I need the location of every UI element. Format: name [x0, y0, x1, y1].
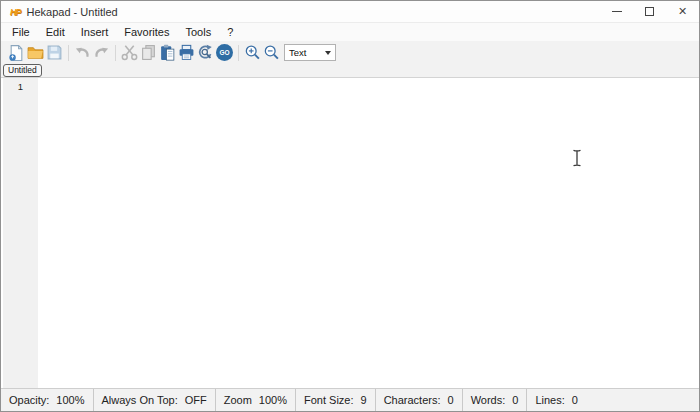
title-bar: HP Hekapad - Untitled ✕: [1, 1, 699, 23]
menu-favorites[interactable]: Favorites: [116, 25, 177, 39]
toolbar-separator: [115, 45, 116, 61]
close-button[interactable]: ✕: [666, 1, 699, 22]
save-icon: [46, 44, 63, 61]
ibeam-mouse-cursor-icon: [572, 149, 582, 171]
new-file-icon: [8, 44, 25, 61]
status-value: 100%: [259, 394, 287, 406]
redo-button[interactable]: [92, 43, 111, 62]
minimize-icon: [612, 11, 622, 12]
status-value: 100%: [56, 394, 84, 406]
menu-file[interactable]: File: [4, 25, 38, 39]
menu-bar: File Edit Insert Favorites Tools ?: [1, 23, 699, 41]
zoom-in-button[interactable]: [243, 43, 262, 62]
app-logo-icon: HP: [10, 7, 21, 17]
status-bar: Opacity: 100% Always On Top: OFF Zoom 10…: [1, 388, 699, 411]
status-font-size: Font Size: 9: [296, 389, 376, 411]
copy-button[interactable]: [139, 43, 158, 62]
window-controls: ✕: [600, 1, 699, 22]
status-characters: Characters: 0: [376, 389, 463, 411]
status-value: OFF: [185, 394, 207, 406]
undo-button[interactable]: [73, 43, 92, 62]
paste-clipboard-icon: [159, 44, 176, 61]
save-button[interactable]: [45, 43, 64, 62]
status-label: Opacity:: [9, 394, 49, 406]
window-title: Hekapad - Untitled: [27, 6, 118, 18]
go-button[interactable]: GO: [216, 44, 233, 61]
zoom-out-button[interactable]: [262, 43, 281, 62]
hekapad-window: { "window": { "title": "Hekapad - Untitl…: [0, 0, 700, 412]
search-refresh-button[interactable]: [196, 43, 215, 62]
line-number: 1: [18, 81, 23, 92]
status-label: Zoom: [224, 394, 252, 406]
redo-icon: [93, 44, 110, 61]
status-label: Always On Top:: [102, 394, 178, 406]
paste-button[interactable]: [158, 43, 177, 62]
line-number-gutter: 1: [3, 78, 38, 388]
minimize-button[interactable]: [600, 1, 633, 22]
status-label: Lines:: [535, 394, 564, 406]
open-folder-icon: [27, 44, 44, 61]
copy-icon: [140, 44, 157, 61]
search-refresh-icon: [197, 44, 214, 61]
maximize-icon: [645, 7, 654, 16]
tab-strip: Untitled: [1, 64, 699, 78]
status-label: Words:: [471, 394, 506, 406]
format-dropdown[interactable]: Text: [284, 44, 336, 61]
menu-edit[interactable]: Edit: [38, 25, 73, 39]
cut-scissors-icon: [120, 44, 139, 61]
editor-area: 1: [1, 78, 699, 388]
zoom-out-icon: [263, 44, 280, 61]
status-zoom: Zoom 100%: [216, 389, 296, 411]
status-always-on-top: Always On Top: OFF: [94, 389, 216, 411]
maximize-button[interactable]: [633, 1, 666, 22]
status-value: 0: [448, 394, 454, 406]
text-editing-surface[interactable]: [38, 78, 699, 388]
open-file-button[interactable]: [26, 43, 45, 62]
tab-untitled[interactable]: Untitled: [3, 64, 42, 77]
toolbar-separator: [68, 45, 69, 61]
chevron-down-icon: [325, 51, 331, 55]
status-value: 0: [572, 394, 578, 406]
status-words: Words: 0: [463, 389, 528, 411]
format-dropdown-value: Text: [285, 47, 325, 58]
print-button[interactable]: [177, 43, 196, 62]
close-icon: ✕: [678, 5, 687, 18]
zoom-in-icon: [244, 44, 261, 61]
status-value: 0: [512, 394, 518, 406]
toolbar: GO Text: [1, 41, 699, 64]
status-label: Characters:: [384, 394, 441, 406]
menu-tools[interactable]: Tools: [177, 25, 219, 39]
new-file-button[interactable]: [7, 43, 26, 62]
status-opacity: Opacity: 100%: [1, 389, 94, 411]
undo-icon: [74, 44, 91, 61]
print-icon: [178, 44, 195, 61]
status-lines: Lines: 0: [527, 389, 585, 411]
toolbar-separator: [238, 45, 239, 61]
cut-button[interactable]: [120, 43, 139, 62]
menu-insert[interactable]: Insert: [73, 25, 117, 39]
status-value: 9: [361, 394, 367, 406]
status-label: Font Size:: [304, 394, 354, 406]
menu-help[interactable]: ?: [219, 25, 241, 39]
